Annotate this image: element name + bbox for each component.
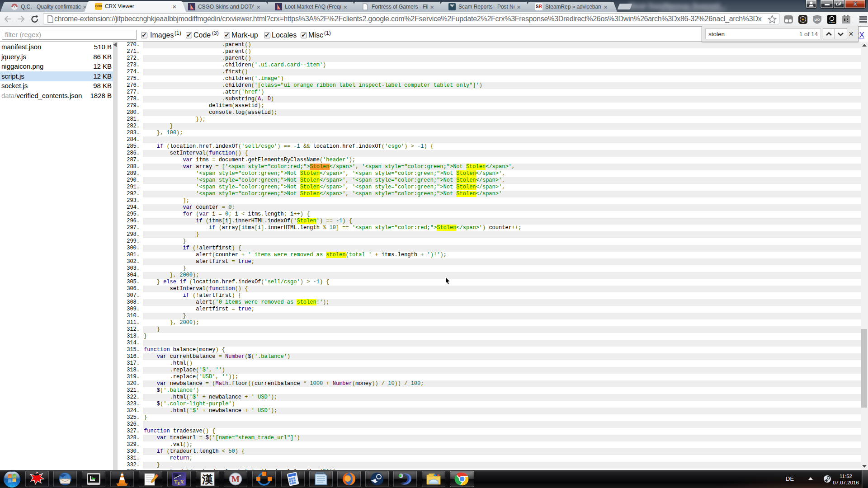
svg-text:X: X	[853, 0, 857, 7]
svg-text:STEAM: STEAM	[829, 21, 835, 23]
svg-text:漢: 漢	[202, 474, 213, 485]
svg-text:UO: UO	[815, 18, 820, 22]
svg-text:M: M	[231, 474, 240, 484]
